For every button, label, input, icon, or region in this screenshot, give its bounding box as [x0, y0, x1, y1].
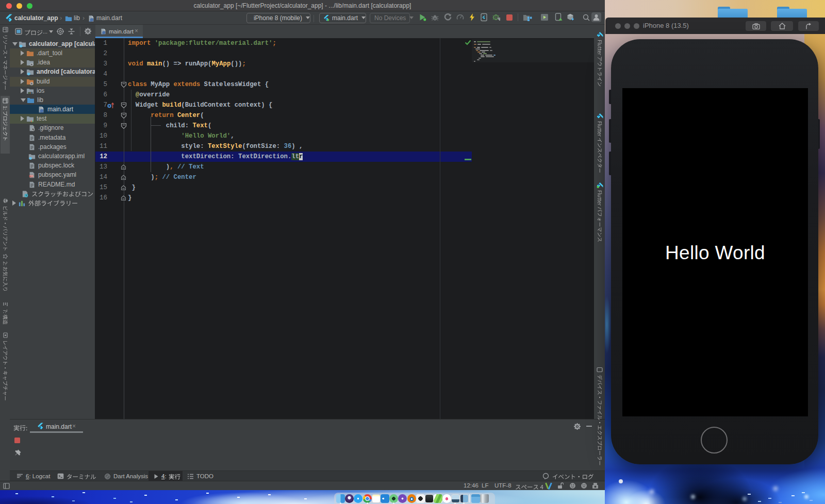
svg-text:YML: YML: [30, 175, 35, 177]
